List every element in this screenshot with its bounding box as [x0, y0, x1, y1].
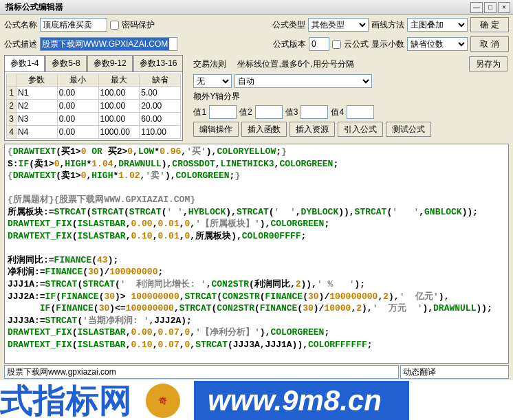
- cloud-formula-label: 云公式: [344, 38, 369, 50]
- draw-method-select[interactable]: 主图叠加: [407, 18, 468, 32]
- coord-select[interactable]: 自动: [234, 74, 372, 88]
- param-name-input[interactable]: [17, 100, 57, 112]
- param-max-input[interactable]: [99, 87, 140, 99]
- test-formula-button[interactable]: 测试公式: [386, 122, 431, 137]
- param-row: 1: [7, 87, 181, 100]
- formula-type-select[interactable]: 其他类型: [308, 18, 369, 32]
- minimize-button[interactable]: —: [470, 2, 483, 13]
- password-protect-label: 密码保护: [122, 19, 155, 31]
- param-min-input[interactable]: [58, 87, 98, 99]
- watermark: 式指标网 奇 www.9m8.cn: [0, 380, 513, 420]
- param-def-input[interactable]: [140, 113, 180, 125]
- import-formula-button[interactable]: 引入公式: [338, 122, 383, 137]
- val2-input[interactable]: [255, 105, 283, 119]
- trade-rule-label: 交易法则: [193, 58, 226, 70]
- val1-label: 值1: [193, 107, 206, 118]
- col-param: 参数: [17, 74, 58, 87]
- watermark-text-2: www.9m8.cn: [194, 381, 409, 420]
- formula-version-label: 公式版本: [273, 38, 306, 50]
- edit-ops-button[interactable]: 编辑操作: [193, 122, 239, 137]
- watermark-logo-icon: 奇: [146, 384, 180, 418]
- extra-y-label: 额外Y轴分界: [193, 91, 240, 102]
- status-left-input[interactable]: [4, 365, 399, 379]
- formula-version-input[interactable]: [309, 37, 329, 51]
- param-max-input[interactable]: [99, 100, 140, 112]
- decimal-label: 显示小数: [371, 38, 404, 50]
- val1-input[interactable]: [209, 105, 237, 119]
- password-protect-checkbox[interactable]: [110, 21, 119, 30]
- param-row: 4: [7, 126, 181, 139]
- param-def-input[interactable]: [140, 126, 180, 138]
- close-button[interactable]: ×: [498, 2, 510, 13]
- param-row: 3: [7, 113, 181, 126]
- formula-desc-selection: 股票下载网WWW.GPXIAZAI.COM: [41, 38, 169, 50]
- param-name-input[interactable]: [17, 113, 57, 125]
- param-def-input[interactable]: [140, 100, 180, 112]
- save-as-button[interactable]: 另存为: [469, 56, 507, 71]
- param-name-input[interactable]: [17, 87, 57, 99]
- val3-input[interactable]: [301, 105, 328, 119]
- formula-name-label: 公式名称: [4, 19, 37, 31]
- cancel-button[interactable]: 取 消: [470, 36, 509, 52]
- status-right-input[interactable]: [400, 365, 509, 379]
- code-editor[interactable]: {DRAWTEXT(买1>0 OR 买2>0,LOW*0.96,'买'),COL…: [4, 144, 509, 364]
- param-max-input[interactable]: [99, 113, 140, 125]
- col-min: 最小: [57, 74, 98, 87]
- val4-input[interactable]: [347, 105, 374, 119]
- decimal-select[interactable]: 缺省位数: [407, 37, 468, 51]
- val4-label: 值4: [331, 107, 344, 118]
- formula-name-input[interactable]: [40, 18, 107, 32]
- formula-type-label: 公式类型: [272, 19, 305, 31]
- param-def-input[interactable]: [140, 87, 180, 99]
- param-name-input[interactable]: [17, 126, 57, 138]
- insert-func-button[interactable]: 插入函数: [241, 122, 287, 137]
- tab-params-1-4[interactable]: 参数1-4: [4, 55, 45, 71]
- param-grid: 参数 最小 最大 缺省 1 2 3 4: [4, 71, 183, 141]
- val2-label: 值2: [239, 107, 252, 118]
- tab-params-9-12[interactable]: 参数9-12: [87, 55, 133, 71]
- maximize-button[interactable]: □: [484, 2, 496, 13]
- param-max-input[interactable]: [99, 126, 140, 138]
- formula-desc-label: 公式描述: [4, 38, 37, 50]
- draw-method-label: 画线方法: [371, 19, 404, 31]
- insert-res-button[interactable]: 插入资源: [290, 122, 335, 137]
- coord-hint-label: 坐标线位置,最多6个,用分号分隔: [237, 58, 353, 70]
- param-row: 2: [7, 100, 181, 113]
- param-min-input[interactable]: [58, 126, 98, 138]
- param-min-input[interactable]: [58, 100, 98, 112]
- col-default: 缺省: [140, 74, 181, 87]
- tab-params-13-16[interactable]: 参数13-16: [133, 55, 184, 71]
- watermark-text-1: 式指标网: [0, 380, 132, 420]
- tab-params-5-8[interactable]: 参数5-8: [45, 55, 86, 71]
- param-min-input[interactable]: [58, 113, 98, 125]
- window-title: 指标公式编辑器: [3, 1, 469, 13]
- cloud-formula-checkbox[interactable]: [332, 40, 341, 49]
- trade-rule-select[interactable]: 无: [193, 74, 232, 88]
- val3-label: 值3: [285, 107, 298, 118]
- ok-button[interactable]: 确 定: [470, 17, 509, 32]
- col-max: 最大: [98, 74, 140, 87]
